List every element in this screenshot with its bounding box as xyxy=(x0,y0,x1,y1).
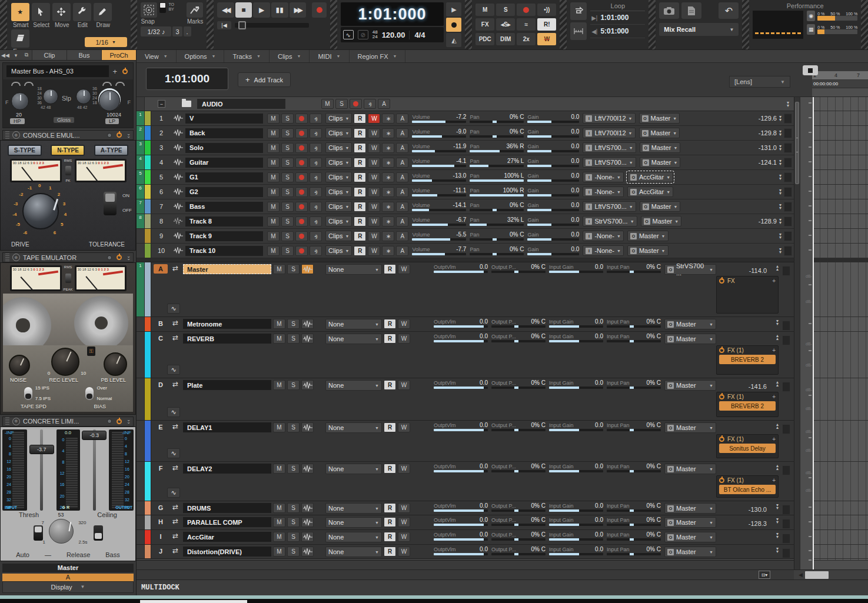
input-echo-button[interactable]: •)) xyxy=(537,4,556,16)
marks-icon-button[interactable] xyxy=(187,2,203,18)
automation-read-button[interactable]: R xyxy=(354,128,366,138)
grid-row[interactable] xyxy=(813,141,868,155)
loop-end[interactable]: ◀|5:01:000 xyxy=(590,25,645,38)
output-dropdown[interactable]: OMaster▼ xyxy=(640,157,681,168)
input-echo-button[interactable]: •)) xyxy=(310,158,322,168)
edit-filter-dropdown[interactable]: None▼ xyxy=(325,422,382,433)
volume-slider[interactable]: Volume-11.9 xyxy=(412,144,466,152)
waveform-preview-button[interactable] xyxy=(301,422,314,432)
output-pan-slider[interactable]: Output P...0% C xyxy=(491,380,546,389)
threshold-handle[interactable]: -3.7 xyxy=(29,445,54,454)
fx-bin[interactable]: FX (1)+BT Oilcan Echo ... xyxy=(716,475,779,498)
record-arm-button[interactable] xyxy=(295,202,308,212)
mute-button[interactable]: M xyxy=(273,334,285,344)
pan-slider[interactable]: Pan27% L xyxy=(470,158,524,167)
power-icon[interactable] xyxy=(719,348,724,353)
menu-clips[interactable]: Clips▼ xyxy=(270,50,310,62)
input-echo-button[interactable]: •)) xyxy=(310,216,322,226)
grid-row[interactable] xyxy=(813,530,868,545)
rms-peak-switch[interactable] xyxy=(65,274,71,283)
tool-draw[interactable]: Draw xyxy=(94,3,113,28)
track-name[interactable]: G1 xyxy=(185,172,263,182)
chevron-down-icon[interactable]: ▾▾ xyxy=(779,115,781,121)
midi-activity-icon[interactable]: ∿ xyxy=(343,30,354,39)
archive-button[interactable]: A xyxy=(396,114,408,124)
bus-row-B[interactable]: B ⇄ Metronome MS None▼ RW OutptVlm0.0 Ou… xyxy=(137,317,794,332)
record-button[interactable] xyxy=(312,2,327,18)
automation-read-button[interactable]: R xyxy=(384,532,396,542)
gain-slider[interactable]: Gain0.0 xyxy=(527,202,579,211)
folder-mute-button[interactable]: M xyxy=(321,99,334,109)
tab-bus[interactable]: Bus xyxy=(66,50,101,60)
automation-read-button[interactable]: R xyxy=(354,246,366,256)
input-dropdown[interactable]: IStrVS700...▼ xyxy=(583,216,637,226)
bus-name[interactable]: AccGitar xyxy=(183,532,271,542)
record-arm-button[interactable] xyxy=(295,158,308,168)
bus-edge-cell[interactable]: 1 xyxy=(137,262,145,317)
rms-pk-switch[interactable] xyxy=(65,166,71,175)
loop-start[interactable]: ▶|1:01:000 xyxy=(590,11,645,25)
power-icon[interactable] xyxy=(719,437,724,442)
edit-filter-dropdown[interactable]: None▼ xyxy=(325,464,382,474)
automation-write-button[interactable]: W xyxy=(398,319,410,329)
now-time-marker[interactable] xyxy=(803,65,818,75)
mix-m-button[interactable]: M xyxy=(475,4,494,16)
input-gain-slider[interactable]: Input Gain0.0 xyxy=(549,547,603,555)
automation-write-button[interactable]: W xyxy=(398,503,410,513)
solo-button[interactable]: S xyxy=(281,114,294,124)
output-dropdown[interactable]: OMaster▼ xyxy=(639,113,680,124)
mute-button[interactable]: M xyxy=(273,464,285,474)
automation-read-button[interactable]: R xyxy=(354,114,366,124)
folder-solo-button[interactable]: S xyxy=(335,99,348,109)
edit-filter-dropdown[interactable]: Clips▼ xyxy=(325,216,352,226)
gain-slider[interactable]: Gain0.0 xyxy=(527,232,579,241)
edit-filter-dropdown[interactable]: Clips▼ xyxy=(325,245,352,256)
mix-recall-dropdown[interactable]: Mix Recall▼ xyxy=(659,23,739,36)
automation-write-button[interactable]: W xyxy=(368,172,380,182)
snap-count[interactable]: 3 xyxy=(172,26,182,36)
input-gain-slider[interactable]: Input Gain0.0 xyxy=(549,380,603,389)
bus-row-A[interactable]: 1 A ⇄ Master MS None▼ RW OutptVlm0.0 Out… xyxy=(137,262,794,317)
rec-level-knob[interactable] xyxy=(51,348,79,376)
input-gain-slider[interactable]: Input Gain0.0 xyxy=(549,264,603,273)
bus-edge-cell[interactable] xyxy=(137,501,145,515)
snap-value-dropdown[interactable]: 1/32 ♪ xyxy=(141,26,171,36)
archive-button[interactable]: A xyxy=(396,158,408,168)
bus-row-D[interactable]: D ⇄ Plate MS None▼ RW OutptVlm0.0 Output… xyxy=(137,378,794,421)
input-dropdown[interactable]: I-None-▼ xyxy=(583,172,624,182)
solo-button[interactable]: S xyxy=(281,246,294,256)
grid-row[interactable] xyxy=(813,155,868,170)
bus-row-H[interactable]: H ⇄ PARALLEL COMP MS None▼ RW OutptVlm0.… xyxy=(137,515,794,530)
chevron-down-icon[interactable]: ⌄⌄ xyxy=(127,255,131,260)
bus-row-F[interactable]: F ⇄ DELAY2 MS None▼ RW OutptVlm0.0 Outpu… xyxy=(137,462,794,501)
automation-read-button[interactable]: R xyxy=(354,187,366,197)
grid-row[interactable] xyxy=(813,317,868,332)
input-pan-slider[interactable]: Input Pan0% C xyxy=(607,380,661,389)
pan-slider[interactable]: Pan0% C xyxy=(470,114,524,123)
track-row-8[interactable]: 8 8 Track 8 MS•)) Clips▼ RW∗A Volume-6.7… xyxy=(137,214,794,229)
pb-level-knob[interactable] xyxy=(104,352,127,376)
tab-proch[interactable]: ProCh xyxy=(101,50,136,60)
automation-lane-icon[interactable]: ∿ xyxy=(167,365,180,375)
archive-button[interactable]: A xyxy=(396,172,408,182)
bus-row-J[interactable]: J ⇄ Distortion(DRIVE) MS None▼ RW OutptV… xyxy=(137,545,794,559)
input-pan-slider[interactable]: Input Pan0% C xyxy=(607,264,661,273)
play-button[interactable]: ▶ xyxy=(253,2,270,18)
mute-button[interactable]: M xyxy=(267,231,280,241)
input-pan-slider[interactable]: Input Pan0% C xyxy=(607,334,661,342)
volume-slider[interactable]: Volume-7.2 xyxy=(412,114,466,123)
fx-bin[interactable]: FX (1)+BREVERB 2 xyxy=(716,345,779,375)
tool-move[interactable]: Move xyxy=(52,3,72,28)
grid-row[interactable] xyxy=(813,199,868,214)
auto-switch[interactable] xyxy=(34,525,43,541)
waveform-preview-button[interactable] xyxy=(301,517,314,527)
chevron-down-icon[interactable]: ▾▾ xyxy=(779,248,781,254)
output-dropdown[interactable]: OMaster▼ xyxy=(627,245,669,256)
chevron-down-icon[interactable]: ▾▾ xyxy=(779,189,781,195)
track-row-1[interactable]: 1 1 V MS•)) Clips▼ RW∗A Volume-7.2 Pan0%… xyxy=(137,111,794,126)
mute-button[interactable]: M xyxy=(273,517,285,527)
output-volume-slider[interactable]: OutptVlm0.0 xyxy=(434,532,488,541)
meter-display[interactable]: 4/4 xyxy=(409,31,425,39)
fx-bin[interactable]: FX (1)+BREVERB 2 xyxy=(716,392,779,417)
output-dropdown[interactable]: OMaster▼ xyxy=(664,422,716,433)
